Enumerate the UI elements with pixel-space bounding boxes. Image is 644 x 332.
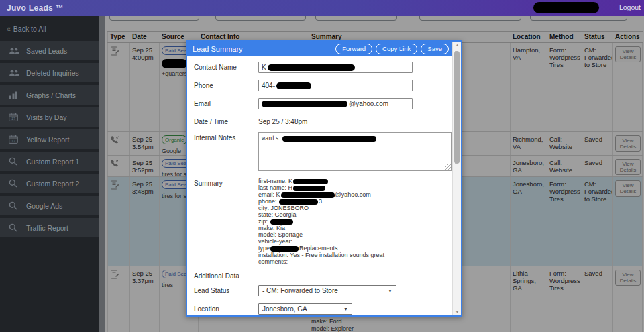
- scrollbar-thumb[interactable]: [454, 51, 460, 164]
- sidebar-item-label: Saved Leads: [26, 47, 67, 55]
- sidebar-item-google-ads[interactable]: Google Ads: [0, 196, 105, 215]
- sidebar-item-label: Visits by Day: [26, 113, 67, 121]
- redacted-text: [279, 199, 318, 205]
- summary-label: Summary: [194, 178, 258, 265]
- additional-data-label: Additional Data: [194, 270, 258, 280]
- lead-status-label: Lead Status: [194, 285, 258, 296]
- internal-notes-textarea[interactable]: wants: [258, 132, 452, 171]
- modal-header: Lead Summary Forward Copy Link Save: [187, 42, 461, 56]
- phone-input[interactable]: 404-: [258, 80, 413, 91]
- users-icon: [9, 69, 20, 77]
- calendar-icon: 17: [9, 113, 20, 121]
- sidebar-item-saved-leads[interactable]: Saved Leads: [0, 41, 105, 60]
- sidebar-item-label: Yellow Report: [26, 135, 69, 144]
- search-icon: [9, 201, 20, 210]
- users-icon: [9, 47, 20, 55]
- redacted-text: [262, 101, 347, 107]
- sidebar-item-traffic-report[interactable]: Traffic Report: [0, 218, 105, 237]
- contact-name-input[interactable]: K: [258, 62, 413, 73]
- redacted-text: [282, 136, 376, 142]
- redacted-text: [270, 246, 299, 252]
- email-label: Email: [194, 98, 258, 109]
- date-time-value: Sep 25 / 3:48pm: [258, 116, 307, 125]
- date-time-label: Date / Time: [194, 116, 258, 125]
- email-input[interactable]: @yahoo.com: [258, 98, 413, 109]
- app-title: Juvo Leads ™: [7, 3, 64, 13]
- location-select[interactable]: Jonesboro, GA▼: [258, 303, 352, 315]
- bar-chart-icon: [9, 91, 20, 99]
- phone-label: Phone: [194, 80, 258, 91]
- sidebar-item-label: Google Ads: [26, 202, 62, 210]
- location-label: Location: [194, 303, 258, 315]
- sidebar-item-custom-report-1[interactable]: Custom Report 1: [0, 152, 105, 171]
- search-icon: [9, 179, 20, 188]
- sidebar-item-custom-report-2[interactable]: Custom Report 2: [0, 174, 105, 193]
- sidebar-item-label: Deleted Inquiries: [26, 69, 79, 77]
- lead-summary-modal: Lead Summary Forward Copy Link Save Cont…: [186, 40, 462, 317]
- modal-title: Lead Summary: [193, 45, 243, 53]
- svg-text:17: 17: [11, 139, 15, 143]
- sidebar-scrollbar[interactable]: [99, 16, 105, 332]
- scroll-up-icon[interactable]: ▲: [453, 43, 462, 47]
- summary-text: first-name: K last-name: H email: K@yaho…: [258, 178, 384, 265]
- lead-status-select[interactable]: - CM: Forwarded to Store▼: [258, 285, 396, 296]
- resize-grip-icon[interactable]: [445, 164, 451, 170]
- scroll-down-icon[interactable]: ▼: [453, 310, 462, 314]
- contact-name-label: Contact Name: [194, 62, 258, 73]
- calendar-icon: 17: [9, 135, 20, 144]
- sidebar-item-graphs-charts[interactable]: Graphs / Charts: [0, 85, 105, 105]
- svg-text:17: 17: [11, 117, 15, 121]
- forward-button[interactable]: Forward: [335, 44, 372, 54]
- sidebar-item-label: Custom Report 1: [26, 158, 79, 166]
- chevron-down-icon: ▼: [343, 307, 348, 311]
- modal-body: Contact Name K Phone 404- Email @yahoo.c…: [187, 56, 452, 315]
- search-icon: [9, 157, 20, 166]
- sidebar-item-visits-by-day[interactable]: 17 Visits by Day: [0, 107, 105, 127]
- redacted-account-name: [533, 2, 599, 13]
- top-bar: Juvo Leads ™ Logout: [0, 0, 644, 16]
- sidebar-item-yellow-report[interactable]: 17 Yellow Report: [0, 129, 105, 149]
- back-to-all-link[interactable]: «Back to All: [7, 25, 105, 33]
- sidebar-item-deleted-inquiries[interactable]: Deleted Inquiries: [0, 63, 105, 82]
- sidebar-item-label: Traffic Report: [26, 224, 68, 232]
- redacted-text: [276, 82, 311, 89]
- redacted-text: [268, 64, 355, 71]
- chevron-down-icon: ▼: [388, 288, 392, 293]
- redacted-text: [293, 179, 328, 184]
- logout-link[interactable]: Logout: [619, 3, 641, 11]
- back-chevron-icon: «: [7, 25, 11, 33]
- sidebar-item-label: Custom Report 2: [26, 180, 79, 188]
- sidebar: «Back to All Saved Leads Deleted Inquiri…: [0, 16, 105, 332]
- save-button[interactable]: Save: [421, 44, 449, 54]
- sidebar-item-label: Graphs / Charts: [26, 91, 76, 99]
- redacted-text: [270, 219, 293, 225]
- search-icon: [9, 223, 20, 232]
- copy-link-button[interactable]: Copy Link: [376, 44, 417, 54]
- modal-scrollbar[interactable]: ▲ ▼: [452, 42, 461, 315]
- internal-notes-label: Internal Notes: [194, 132, 258, 171]
- redacted-text: [281, 192, 335, 198]
- redacted-text: [293, 186, 325, 191]
